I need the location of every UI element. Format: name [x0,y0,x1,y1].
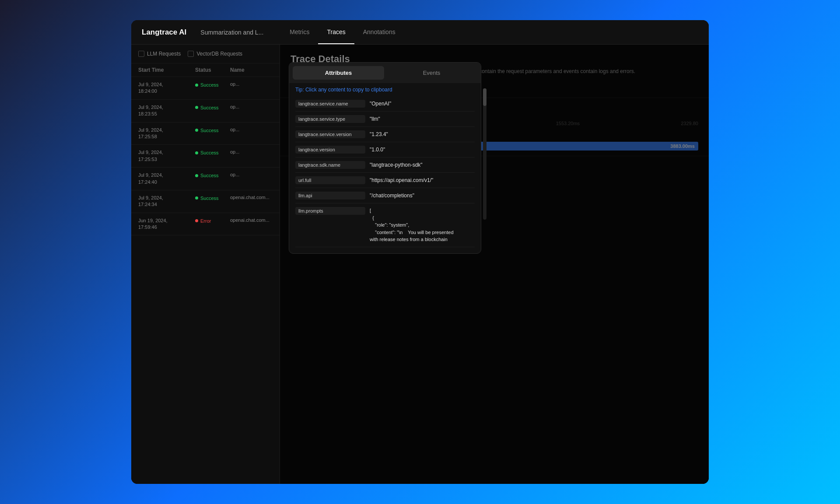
table-row[interactable]: Jun 19, 2024,17:59:46 Error openai.chat.… [131,213,280,236]
table-row[interactable]: Jul 9, 2024,17:24:34 Success openai.chat… [131,190,280,213]
tab-attributes[interactable]: Attributes [293,66,384,80]
table-row[interactable]: Jul 9, 2024,18:23:55 Success op... [131,100,280,122]
attr-key: llm.api [295,192,365,200]
status-text: Success [200,128,219,133]
status-text: Success [200,196,219,201]
attr-key: url.full [295,176,365,184]
table-row[interactable]: Jul 9, 2024,17:25:53 Success op... [131,145,280,168]
status-text: Success [200,150,219,155]
status-text: Success [200,173,219,178]
app-window: Langtrace AI Summarization and L... Metr… [131,20,709,484]
table-row[interactable]: Jul 9, 2024,18:24:00 Success op... [131,77,280,100]
trace-time: Jul 9, 2024,18:23:55 [138,104,195,118]
status-badge: Error [195,218,230,224]
table-row[interactable]: Jul 9, 2024,17:24:40 Success op... [131,168,280,190]
top-bar: Langtrace AI Summarization and L... Metr… [131,20,709,45]
attr-row-version[interactable]: langtrace.version "1.0.0" [295,142,475,158]
attr-value[interactable]: "langtrace-python-sdk" [370,161,423,169]
trace-name: openai.chat.com... [230,217,273,223]
col-start-time: Start Time [138,67,195,73]
trace-name: openai.chat.com... [230,195,273,200]
vector-db-checkbox[interactable] [188,51,194,57]
attr-row-service-version[interactable]: langtrace.service.version "1.23.4" [295,127,475,142]
attr-key: langtrace.version [295,146,365,154]
col-status: Status [195,67,230,73]
tab-events[interactable]: Events [386,66,477,80]
modal-tip: Tip: Click any content to copy to clipbo… [289,83,481,96]
status-badge: Success [195,150,230,155]
success-dot [195,129,198,132]
success-dot [195,174,198,177]
modal-overlay: Attributes Events Tip: Click any content… [280,45,709,484]
attr-key: langtrace.service.version [295,130,365,138]
trace-name: op... [230,127,273,132]
table-header: Start Time Status Name [131,63,280,77]
trace-name: op... [230,81,273,87]
modal-scrollbar[interactable] [483,88,486,220]
project-name: Summarization and L... [200,29,263,36]
status-text: Success [200,82,219,88]
trace-time: Jun 19, 2024,17:59:46 [138,217,195,231]
filter-bar: LLM Requests VectorDB Requests [131,45,280,63]
scrollbar-thumb[interactable] [483,88,486,106]
tab-annotations[interactable]: Annotations [354,21,404,44]
attr-key: langtrace.service.type [295,115,365,123]
attr-value[interactable]: [ { "role": "system", "content": "\n You… [370,207,454,243]
attr-key: langtrace.sdk.name [295,161,365,169]
attr-value[interactable]: "https://api.openai.com/v1/" [370,176,433,184]
attr-row-service-name[interactable]: langtrace.service.name "OpenAI" [295,96,475,112]
success-dot [195,84,198,87]
status-text: Error [200,218,211,224]
trace-time: Jul 9, 2024,17:24:40 [138,172,195,186]
col-name: Name [230,67,273,73]
trace-name: op... [230,149,273,154]
right-panel: Trace Details Tip 1: Hover over any span… [280,45,709,484]
attr-value[interactable]: "/chat/completions" [370,192,414,200]
status-badge: Success [195,196,230,201]
attributes-modal: Attributes Events Tip: Click any content… [289,62,481,254]
success-dot [195,106,198,109]
table-row[interactable]: Jul 9, 2024,17:25:58 Success op... [131,122,280,145]
status-badge: Success [195,128,230,133]
nav-tabs: Metrics Traces Annotations [281,21,404,44]
attr-key: llm.prompts [295,207,365,215]
left-panel: LLM Requests VectorDB Requests Start Tim… [131,45,280,484]
status-text: Success [200,105,219,110]
modal-body[interactable]: langtrace.service.name "OpenAI" langtrac… [289,96,481,253]
modal-tabs: Attributes Events [289,63,481,83]
trace-list: Jul 9, 2024,18:24:00 Success op... Jul 9… [131,77,280,484]
app-logo: Langtrace AI [142,28,186,37]
vector-db-label: VectorDB Requests [196,51,242,57]
error-dot [195,219,198,222]
success-dot [195,196,198,200]
status-badge: Success [195,82,230,88]
status-badge: Success [195,173,230,178]
attr-row-url-full[interactable]: url.full "https://api.openai.com/v1/" [295,173,475,188]
attr-value[interactable]: "1.0.0" [370,146,385,154]
attr-row-service-type[interactable]: langtrace.service.type "llm" [295,112,475,127]
llm-requests-label: LLM Requests [147,51,181,57]
attr-row-llm-prompts[interactable]: llm.prompts [ { "role": "system", "conte… [295,203,475,247]
trace-time: Jul 9, 2024,18:24:00 [138,81,195,95]
trace-time: Jul 9, 2024,17:24:34 [138,195,195,208]
attr-value[interactable]: "OpenAI" [370,100,391,108]
attr-row-llm-api[interactable]: llm.api "/chat/completions" [295,188,475,203]
attr-row-sdk-name[interactable]: langtrace.sdk.name "langtrace-python-sdk… [295,158,475,173]
trace-time: Jul 9, 2024,17:25:53 [138,149,195,163]
attr-value[interactable]: "1.23.4" [370,130,388,138]
filter-vector-db[interactable]: VectorDB Requests [188,51,242,57]
status-badge: Success [195,105,230,110]
success-dot [195,151,198,154]
trace-name: op... [230,172,273,177]
llm-requests-checkbox[interactable] [138,51,144,57]
filter-llm-requests[interactable]: LLM Requests [138,51,181,57]
tab-traces[interactable]: Traces [318,21,354,44]
main-area: LLM Requests VectorDB Requests Start Tim… [131,45,709,484]
attr-key: langtrace.service.name [295,100,365,108]
attr-value[interactable]: "llm" [370,115,380,123]
trace-time: Jul 9, 2024,17:25:58 [138,127,195,140]
tab-metrics[interactable]: Metrics [281,21,318,44]
trace-name: op... [230,104,273,109]
